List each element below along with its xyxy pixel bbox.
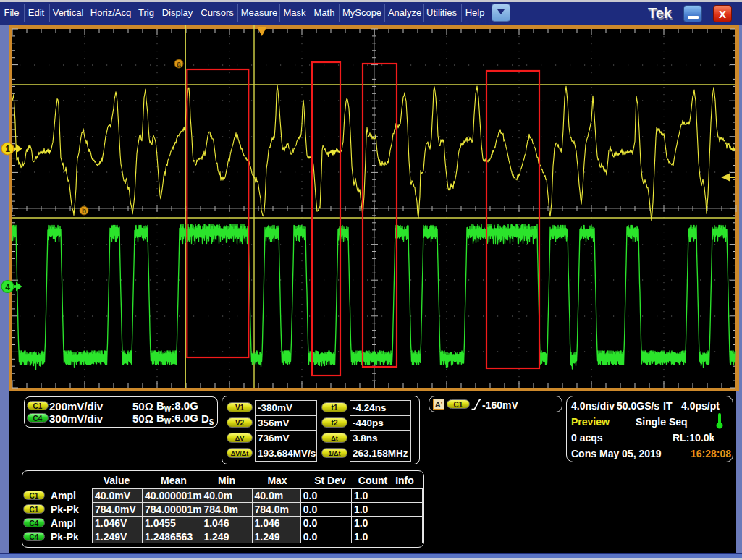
svg-text:a: a [177,60,181,68]
svg-text:4: 4 [5,282,10,292]
svg-text:1: 1 [5,144,10,154]
svg-text:b: b [82,207,86,215]
